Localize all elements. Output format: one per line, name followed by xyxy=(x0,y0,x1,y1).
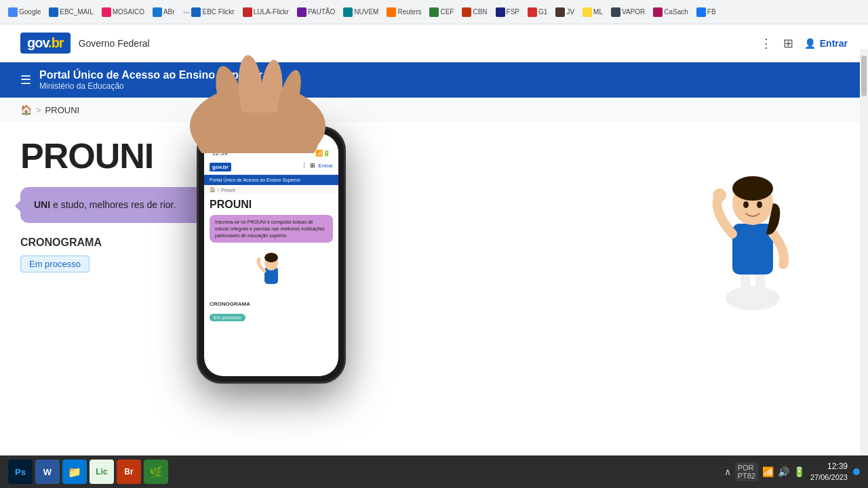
bookmark-label: LULA-Flickr xyxy=(254,8,289,16)
bookmark-ml[interactable]: ML xyxy=(580,6,606,18)
phone-speech-bubble: Inscreva-se no PROUNI e conquiste bolsas… xyxy=(210,215,333,243)
bookmark-fb[interactable]: FB xyxy=(694,6,719,18)
phone-portal-header: Portal Único de Acesso ao Ensino Superio… xyxy=(204,175,338,185)
character-svg xyxy=(685,136,821,325)
phone-sep: › xyxy=(218,188,219,192)
volume-icon[interactable]: 🔊 xyxy=(778,466,789,477)
bookmark-cef[interactable]: CEF xyxy=(427,6,456,18)
hamburger-menu-icon[interactable]: ☰ xyxy=(20,73,31,87)
breadcrumb-current: PROUNI xyxy=(45,105,80,115)
govbr-logo: gov.br Governo Federal xyxy=(20,33,150,54)
bookmark-label: Reuters xyxy=(397,8,421,16)
taskbar-br-icon[interactable]: Br xyxy=(117,460,141,484)
bookmark-ebc-mail[interactable]: EBC_MAIL xyxy=(46,6,96,18)
apps-grid-icon[interactable]: ⊞ xyxy=(783,36,793,51)
bookmark-jv[interactable]: JV xyxy=(553,6,577,18)
phone-more-icon: ⋮ xyxy=(301,162,307,169)
bookmark-vapor[interactable]: VAPOR xyxy=(608,6,648,18)
bookmark-label: EBC_MAIL xyxy=(60,8,93,16)
bookmark-google[interactable]: Google xyxy=(5,6,43,18)
scrollbar[interactable] xyxy=(860,49,868,455)
header-actions: ⋮ ⊞ 👤 Entrar xyxy=(760,36,848,51)
svg-point-11 xyxy=(264,253,278,262)
phone-govbr-logo: gov.br xyxy=(210,159,231,171)
entrar-label: Entrar xyxy=(820,38,848,49)
bookmark-label: CaSach xyxy=(664,8,688,16)
bookmark-g1[interactable]: G1 xyxy=(525,6,550,18)
breadcrumb: 🏠 > PROUNI xyxy=(0,98,868,122)
phone-header-actions: ⋮ ⊞ Entrar xyxy=(301,162,333,169)
svg-point-8 xyxy=(757,201,762,208)
bookmark-label: Google xyxy=(19,8,41,16)
cronograma-badge: Em processo xyxy=(20,256,90,272)
phone-cronograma-label: CRONOGRAMA xyxy=(204,298,338,310)
entrar-button[interactable]: 👤 Entrar xyxy=(804,38,848,49)
bookmark-reuters[interactable]: Reuters xyxy=(384,6,424,18)
bookmark-abr[interactable]: ABr xyxy=(150,6,178,18)
character-illustration xyxy=(658,136,848,325)
phone-em-processo-badge: Em processo xyxy=(204,310,338,323)
bookmark-label: ML xyxy=(593,8,603,16)
taskbar-files-icon[interactable]: 📁 xyxy=(62,460,87,484)
svg-point-0 xyxy=(726,286,780,310)
bookmark-label: PAUTÃO xyxy=(308,8,335,16)
bookmark-fsp[interactable]: FSP xyxy=(493,6,522,18)
taskbar-system-tray: ∧ PORPT82 📶 🔊 🔋 12:39 27/06/2023 xyxy=(724,462,860,482)
main-content: PROUNI UNI e studo, melhores res de rior… xyxy=(0,122,868,339)
phone-screen: 12:39 📶🔋 gov.br ⋮ ⊞ Entrar Por xyxy=(204,134,338,376)
phone-status-badge: Em processo xyxy=(210,314,245,321)
bookmark-lula-flickr[interactable]: LULA-Flickr xyxy=(240,6,292,18)
taskbar-word-icon[interactable]: W xyxy=(35,460,60,484)
user-icon: 👤 xyxy=(804,38,816,49)
logo-dot: .br xyxy=(48,35,64,50)
phone-breadcrumb: 🏠 › Prouni xyxy=(204,185,338,195)
language-indicator: PORPT82 xyxy=(735,462,758,481)
phone-character-svg xyxy=(251,247,292,294)
phone-prouni-title: PROUNI xyxy=(210,199,333,211)
taskbar-lic-icon[interactable]: Lic xyxy=(90,460,114,484)
portal-header: ☰ Portal Único de Acesso ao Ensino Super… xyxy=(0,62,868,98)
svg-point-7 xyxy=(743,201,749,208)
notification-chevron-icon[interactable]: ∧ xyxy=(724,466,731,477)
svg-rect-17 xyxy=(197,113,319,153)
clock-time: 12:39 xyxy=(810,462,848,472)
logo-gov: gov xyxy=(27,35,48,50)
svg-point-6 xyxy=(732,176,773,201)
wifi-icon[interactable]: 📶 xyxy=(762,466,774,477)
bookmark-nuvem[interactable]: NUVEM xyxy=(340,6,381,18)
govbr-logo-box: gov.br xyxy=(20,33,71,54)
phone-entrar: Entrar xyxy=(318,163,333,169)
clock-date: 27/06/2023 xyxy=(810,472,848,482)
bookmark-mosaico[interactable]: MOSAICO xyxy=(99,6,147,18)
phone-character-area xyxy=(210,247,333,294)
hand-svg xyxy=(142,24,373,153)
svg-rect-2 xyxy=(755,271,765,305)
taskbar-green-icon[interactable]: 🌿 xyxy=(144,460,168,484)
phone-breadcrumb-current: Prouni xyxy=(221,188,235,192)
bookmark-label: JV xyxy=(566,8,574,16)
browser-bookmarks-bar: Google EBC_MAIL MOSAICO ABr ··· EBC Flic… xyxy=(0,0,868,24)
breadcrumb-home-icon[interactable]: 🏠 xyxy=(20,104,32,115)
bookmark-label: FB xyxy=(707,8,716,16)
battery-icon[interactable]: 🔋 xyxy=(793,466,805,477)
phone-main-content: PROUNI Inscreva-se no PROUNI e conquiste… xyxy=(204,195,338,298)
phone-mockup: 12:39 📶🔋 gov.br ⋮ ⊞ Entrar Por xyxy=(197,126,346,384)
scrollbar-thumb[interactable] xyxy=(861,56,867,96)
bookmark-casach[interactable]: CaSach xyxy=(650,6,691,18)
notification-indicator xyxy=(853,468,860,475)
phone-home-icon: 🏠 xyxy=(210,187,216,192)
phone-apps-icon: ⊞ xyxy=(310,162,315,169)
bookmark-cbn[interactable]: CBN xyxy=(459,6,490,18)
bookmark-label: CBN xyxy=(473,8,487,16)
bookmark-label: VAPOR xyxy=(622,8,645,16)
bookmark-label: EBC Flickr xyxy=(202,8,234,16)
bookmark-ebc-flickr[interactable]: ··· EBC Flickr xyxy=(180,5,237,18)
more-options-icon[interactable]: ⋮ xyxy=(760,36,772,51)
govbr-header: gov.br Governo Federal ⋮ ⊞ 👤 Entrar xyxy=(0,24,868,62)
system-clock[interactable]: 12:39 27/06/2023 xyxy=(810,462,848,482)
bookmark-pautao[interactable]: PAUTÃO xyxy=(294,6,338,18)
phone-logo-text: gov.br xyxy=(210,163,231,171)
taskbar-photoshop-icon[interactable]: Ps xyxy=(8,460,33,484)
bookmark-label: CEF xyxy=(440,8,454,16)
breadcrumb-separator: > xyxy=(36,105,41,115)
